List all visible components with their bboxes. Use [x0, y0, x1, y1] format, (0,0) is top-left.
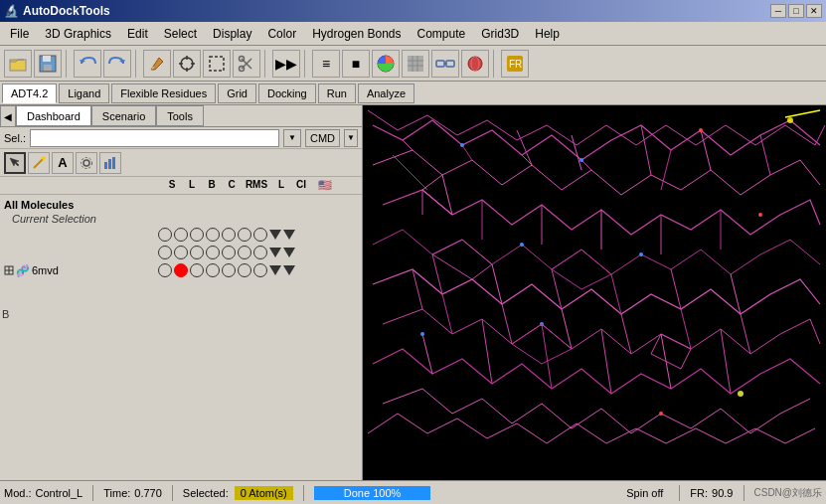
undo-button[interactable]: [74, 50, 101, 78]
pencil-button[interactable]: [143, 50, 171, 78]
mol-row-1: [4, 226, 358, 244]
menu-help[interactable]: Help: [527, 25, 568, 43]
lines-button[interactable]: ≡: [312, 50, 340, 78]
redo-button[interactable]: [103, 50, 131, 78]
tool-select[interactable]: [4, 152, 26, 174]
toolbar-sep-3: [264, 50, 268, 78]
right-panel[interactable]: [363, 105, 826, 480]
circle-1-3[interactable]: [190, 228, 204, 242]
svg-text:FR: FR: [509, 59, 522, 70]
sphere-button[interactable]: [461, 50, 489, 78]
tab-docking[interactable]: Docking: [258, 84, 316, 103]
col-headers: S L B C RMS L CI 🇺🇸: [0, 177, 362, 195]
mol-row-3-name: 🧬 6mvd: [4, 264, 158, 277]
badge-button[interactable]: FR: [501, 50, 529, 78]
menu-3dgraphics[interactable]: 3D Graphics: [37, 25, 119, 43]
circle-2-3[interactable]: [190, 246, 204, 259]
col-l: L: [183, 179, 201, 192]
svg-point-78: [699, 128, 703, 132]
tab-analyze[interactable]: Analyze: [358, 84, 414, 103]
circle-2-7[interactable]: [253, 246, 267, 259]
sub-tab-dashboard[interactable]: Dashboard: [16, 105, 91, 126]
circle-2-6[interactable]: [238, 246, 251, 259]
sel-cmd-label: CMD: [305, 129, 340, 147]
circle-2-5[interactable]: [222, 246, 236, 259]
tab-grid[interactable]: Grid: [218, 84, 256, 103]
triangle-3-2[interactable]: [283, 265, 295, 275]
circle-3-2-red[interactable]: [174, 263, 188, 277]
app-icon: 🔬: [4, 4, 19, 18]
menu-display[interactable]: Display: [205, 25, 259, 43]
maximize-button[interactable]: □: [788, 4, 804, 18]
mol-name: 6mvd: [32, 264, 59, 276]
crosshair-button[interactable]: [173, 50, 201, 78]
time-value: 0.770: [134, 487, 162, 499]
close-button[interactable]: ✕: [806, 4, 822, 18]
circle-2-2[interactable]: [174, 246, 188, 259]
sel-cmd-arrow[interactable]: ▼: [344, 129, 358, 147]
save-button[interactable]: [34, 50, 62, 78]
menu-compute[interactable]: Compute: [410, 25, 474, 43]
circle-3-6[interactable]: [238, 263, 251, 277]
circle-2-4[interactable]: [206, 246, 220, 259]
menu-file[interactable]: File: [2, 25, 37, 43]
triangle-1-1[interactable]: [269, 230, 281, 240]
open-button[interactable]: [4, 50, 32, 78]
minimize-button[interactable]: ─: [770, 4, 786, 18]
menu-select[interactable]: Select: [156, 25, 205, 43]
circle-1-7[interactable]: [253, 228, 267, 242]
tool-gear[interactable]: [76, 152, 97, 174]
circle-1-5[interactable]: [222, 228, 236, 242]
svg-rect-11: [210, 57, 224, 71]
solid-button[interactable]: ■: [342, 50, 370, 78]
watermark: CSDN@刘德乐: [754, 486, 823, 500]
mol-row-2: [4, 244, 358, 261]
label-b: B: [2, 308, 9, 320]
tab-run[interactable]: Run: [318, 84, 356, 103]
sub-tab-tools[interactable]: Tools: [156, 105, 204, 126]
menu-hbonds[interactable]: Hydrogen Bonds: [304, 25, 409, 43]
triangle-2-1[interactable]: [269, 248, 281, 257]
tab-flexible-residues[interactable]: Flexible Residues: [111, 84, 216, 103]
circle-3-1[interactable]: [158, 263, 172, 277]
tab-adt42[interactable]: ADT4.2: [2, 84, 57, 103]
circle-3-3[interactable]: [190, 263, 204, 277]
toolbar-sep-2: [135, 50, 139, 78]
menu-grid3d[interactable]: Grid3D: [473, 25, 527, 43]
selected-label: Selected:: [183, 487, 229, 499]
triangle-3-1[interactable]: [269, 265, 281, 275]
menu-edit[interactable]: Edit: [119, 25, 156, 43]
circle-3-4[interactable]: [206, 263, 220, 277]
tool-chart[interactable]: [99, 152, 121, 174]
sel-dropdown[interactable]: ▼: [283, 129, 301, 147]
titlebar-controls[interactable]: ─ □ ✕: [770, 4, 822, 18]
mol-row-2-circles: [158, 246, 295, 259]
select-button[interactable]: [203, 50, 231, 78]
svg-rect-35: [112, 157, 115, 169]
scissors-button[interactable]: [233, 50, 260, 78]
sub-tab-scenario[interactable]: Scenario: [91, 105, 156, 126]
circle-3-7[interactable]: [253, 263, 267, 277]
menu-color[interactable]: Color: [259, 25, 304, 43]
glasses-button[interactable]: [431, 50, 459, 78]
circle-3-5[interactable]: [222, 263, 236, 277]
triangle-1-2[interactable]: [283, 230, 295, 240]
tab-ligand[interactable]: Ligand: [59, 84, 109, 103]
tool-text[interactable]: A: [52, 152, 74, 174]
circle-1-2[interactable]: [174, 228, 188, 242]
texture-button[interactable]: [402, 50, 429, 78]
circle-1-4[interactable]: [206, 228, 220, 242]
svg-point-79: [520, 243, 524, 247]
triangle-2-2[interactable]: [283, 248, 295, 257]
sel-input[interactable]: [30, 129, 279, 147]
selected-value: 0 Atom(s): [235, 486, 293, 500]
color-button[interactable]: [372, 50, 400, 78]
left-panel: ◀ Dashboard Scenario Tools Sel.: ▼ CMD ▼…: [0, 105, 363, 480]
expand-icon[interactable]: [4, 265, 14, 275]
circle-1-6[interactable]: [238, 228, 251, 242]
nav-back[interactable]: ◀: [0, 105, 16, 127]
forward-button[interactable]: ▶▶: [272, 50, 300, 78]
circle-2-1[interactable]: [158, 246, 172, 259]
tool-wand[interactable]: [28, 152, 50, 174]
circle-1-1[interactable]: [158, 228, 172, 242]
